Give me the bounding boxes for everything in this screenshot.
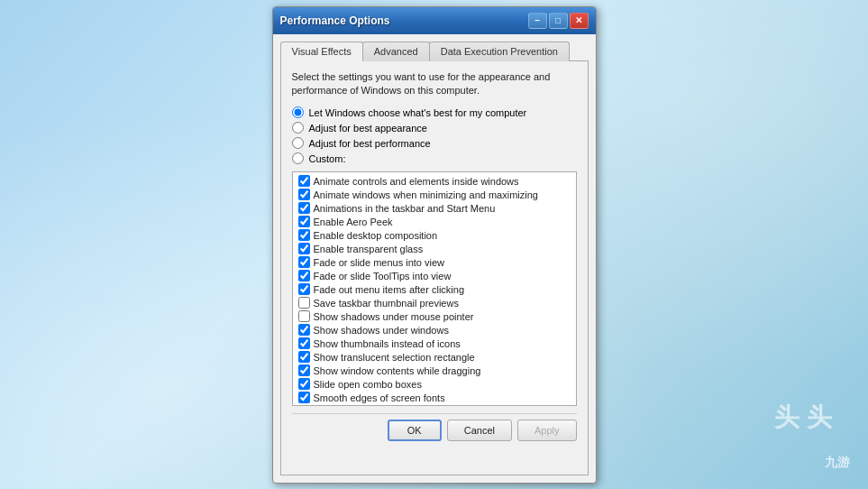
radio-let-windows-label: Let Windows choose what's best for my co… [309,107,527,118]
apply-button[interactable]: Apply [517,420,577,441]
checkbox-input-5[interactable] [298,243,310,254]
dialog-title: Performance Options [280,14,390,27]
checkbox-item-4[interactable]: Enable desktop composition [295,228,574,242]
radio-best-performance-label: Adjust for best performance [309,138,431,149]
tab-advanced[interactable]: Advanced [362,42,430,61]
checkbox-label-10: Show shadows under mouse pointer [314,311,474,322]
checkbox-input-11[interactable] [298,324,310,336]
radio-best-appearance-label: Adjust for best appearance [309,123,427,134]
checkbox-item-6[interactable]: Fade or slide menus into view [295,255,574,269]
checkbox-input-3[interactable] [298,216,310,227]
visual-effects-panel: Select the settings you want to use for … [280,60,589,475]
checkbox-label-12: Show thumbnails instead of icons [314,338,461,349]
checkbox-label-5: Enable transparent glass [314,244,424,254]
side-decoration: 头 头 [774,401,832,435]
maximize-button[interactable]: □ [549,13,568,29]
checkbox-label-11: Show shadows under windows [314,325,449,336]
title-bar-controls: – □ ✕ [528,13,589,29]
checkbox-label-6: Fade or slide menus into view [314,257,445,268]
radio-custom[interactable]: Custom: [292,152,577,164]
cancel-button[interactable]: Cancel [447,420,512,441]
checkbox-label-16: Smooth edges of screen fonts [314,392,445,403]
checkbox-label-15: Slide open combo boxes [314,379,422,390]
checkbox-item-9[interactable]: Save taskbar thumbnail previews [295,296,574,309]
checkbox-label-8: Fade out menu items after clicking [314,284,465,295]
radio-let-windows-input[interactable] [292,106,304,118]
checkbox-item-7[interactable]: Fade or slide ToolTips into view [295,269,574,282]
checkbox-item-13[interactable]: Show translucent selection rectangle [295,350,574,364]
checkbox-item-2[interactable]: Animations in the taskbar and Start Menu [295,201,574,215]
checkbox-item-14[interactable]: Show window contents while dragging [295,364,574,377]
checkbox-input-9[interactable] [298,297,310,309]
checkbox-label-1: Animate windows when minimizing and maxi… [314,189,538,200]
checkbox-input-6[interactable] [298,256,310,268]
checkbox-item-16[interactable]: Smooth edges of screen fonts [295,391,574,404]
checkbox-item-11[interactable]: Show shadows under windows [295,323,574,337]
checkbox-label-9: Save taskbar thumbnail previews [314,298,459,309]
dialog-content: Visual Effects Advanced Data Execution P… [273,34,596,483]
checkbox-input-14[interactable] [298,364,310,376]
checkbox-item-10[interactable]: Show shadows under mouse pointer [295,309,574,323]
radio-custom-label: Custom: [309,153,346,164]
radio-group: Let Windows choose what's best for my co… [292,106,577,164]
radio-best-appearance[interactable]: Adjust for best appearance [292,122,577,134]
checkbox-list-container[interactable]: Animate controls and elements inside win… [292,171,577,406]
radio-let-windows[interactable]: Let Windows choose what's best for my co… [292,106,577,118]
checkbox-item-3[interactable]: Enable Aero Peek [295,215,574,228]
checkbox-list: Animate controls and elements inside win… [293,172,576,406]
checkbox-input-16[interactable] [298,392,310,403]
checkbox-input-10[interactable] [298,310,310,322]
checkbox-label-2: Animations in the taskbar and Start Menu [314,203,496,214]
checkbox-input-8[interactable] [298,283,310,295]
checkbox-label-14: Show window contents while dragging [314,365,481,376]
checkbox-label-17: Smooth-scroll list boxes [314,406,418,407]
minimize-button[interactable]: – [528,13,547,29]
checkbox-item-0[interactable]: Animate controls and elements inside win… [295,174,574,188]
checkbox-input-2[interactable] [298,202,310,214]
tab-data-execution[interactable]: Data Execution Prevention [429,42,570,61]
radio-best-performance[interactable]: Adjust for best performance [292,137,577,149]
tab-visual-effects[interactable]: Visual Effects [280,42,363,61]
checkbox-label-7: Fade or slide ToolTips into view [314,271,452,281]
logo-decoration: 九游 [825,455,850,471]
checkbox-label-0: Animate controls and elements inside win… [314,176,519,187]
checkbox-input-4[interactable] [298,229,310,241]
panel-description: Select the settings you want to use for … [292,70,577,98]
checkbox-item-15[interactable]: Slide open combo boxes [295,377,574,391]
checkbox-item-1[interactable]: Animate windows when minimizing and maxi… [295,188,574,201]
radio-best-appearance-input[interactable] [292,122,304,134]
checkbox-input-0[interactable] [298,175,310,187]
tab-bar: Visual Effects Advanced Data Execution P… [280,42,589,61]
checkbox-input-17[interactable] [298,405,310,406]
checkbox-item-8[interactable]: Fade out menu items after clicking [295,282,574,296]
checkbox-input-15[interactable] [298,378,310,390]
title-bar: Performance Options – □ ✕ [273,7,596,34]
checkbox-input-1[interactable] [298,189,310,200]
checkbox-label-13: Show translucent selection rectangle [314,352,475,363]
checkbox-input-7[interactable] [298,270,310,281]
checkbox-input-13[interactable] [298,351,310,363]
close-button[interactable]: ✕ [570,13,589,29]
checkbox-input-12[interactable] [298,337,310,349]
checkbox-item-5[interactable]: Enable transparent glass [295,242,574,255]
checkbox-label-3: Enable Aero Peek [314,217,393,227]
checkbox-item-17[interactable]: Smooth-scroll list boxes [295,404,574,406]
performance-options-dialog: Performance Options – □ ✕ Visual Effects… [272,6,597,484]
checkbox-label-4: Enable desktop composition [314,230,438,241]
button-bar: OK Cancel Apply [292,413,577,445]
radio-best-performance-input[interactable] [292,137,304,149]
radio-custom-input[interactable] [292,152,304,164]
ok-button[interactable]: OK [388,420,442,441]
checkbox-item-12[interactable]: Show thumbnails instead of icons [295,337,574,350]
